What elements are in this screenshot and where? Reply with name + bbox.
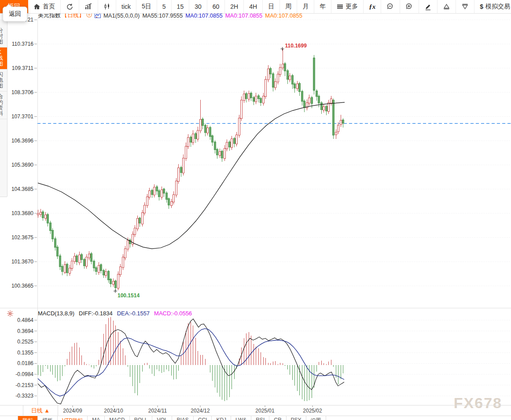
indicator-tab-模板[interactable]: 模板 <box>38 416 58 420</box>
trend-chart-icon <box>85 3 92 10</box>
sidebar-tab-0[interactable]: 分时图 <box>0 26 7 47</box>
sidebar-tab-2[interactable]: 闪电图 <box>0 69 7 91</box>
back-tooltip: 返回 <box>3 7 27 22</box>
fx-icon: ƒx <box>369 3 375 11</box>
toolbar-year[interactable]: 年 <box>314 0 331 13</box>
macd-dea-value: DEA:-0.1557 <box>117 310 150 317</box>
svg-text:100.3665: 100.3665 <box>11 283 33 289</box>
svg-text:110.1699: 110.1699 <box>285 43 307 49</box>
svg-text:106.3696: 106.3696 <box>11 138 33 144</box>
macd-value: MACD:-0.0556 <box>154 310 192 317</box>
svg-text:100.1514: 100.1514 <box>118 292 140 299</box>
toolbar-sim-trade-label: 模拟交易 <box>485 3 510 11</box>
indicator-tab-MACD[interactable]: MACD <box>105 416 129 420</box>
pencil-icon <box>424 3 432 11</box>
chart-canvas[interactable]: 111.3721110.3716109.3711108.3706107.3701… <box>0 0 511 420</box>
sidebar-tab-label: 合约资料 <box>0 94 4 117</box>
indicator-tab-RSI[interactable]: RSI <box>251 416 269 420</box>
toolbar-more[interactable]: 更多 <box>331 0 364 13</box>
high-annotation: 110.1699 <box>281 43 307 51</box>
svg-text:103.3680: 103.3680 <box>11 210 33 216</box>
svg-text:-0.3323: -0.3323 <box>15 393 33 399</box>
toolbar-draw[interactable] <box>419 0 437 13</box>
sidebar-tab-label: K线图 <box>0 50 4 67</box>
macd-histogram <box>38 317 343 401</box>
toolbar-tick[interactable]: tick <box>116 0 136 13</box>
toolbar-m30[interactable]: 30 <box>189 0 207 13</box>
back-tooltip-label: 返回 <box>9 10 21 18</box>
toolbar-m60[interactable]: 60 <box>207 0 225 13</box>
macd-name: MACD(13,8,9) <box>38 310 74 317</box>
indicator-tab-CCI[interactable]: CCI <box>194 416 212 420</box>
toolbar-month[interactable]: 月 <box>297 0 314 13</box>
home-icon <box>33 3 40 10</box>
triangle-down-icon <box>461 3 469 10</box>
toolbar-refresh[interactable] <box>61 0 79 13</box>
toolbar-5d-label: 5日 <box>142 3 151 11</box>
low-annotation: 100.1514 <box>114 289 140 299</box>
indicator-tab-CR[interactable]: CR <box>269 416 286 420</box>
indicator-tab-BIAS[interactable]: BIAS <box>172 416 193 420</box>
period-selector[interactable]: 日线 ▲ <box>23 405 58 416</box>
main-toolbar: 返回 首页tick5日51530602H4H日周月年更多ƒx$模拟交易汇通财经财… <box>0 0 511 14</box>
toolbar-zoom-in[interactable] <box>400 0 419 13</box>
svg-text:105.3690: 105.3690 <box>11 162 33 168</box>
toolbar-m5[interactable]: 5 <box>157 0 172 13</box>
sidebar-tab-1[interactable]: K线图 <box>0 47 7 69</box>
indicator-tab-MA[interactable]: MA <box>88 416 105 420</box>
more-icon <box>337 4 343 10</box>
indicator-tab-指标[interactable]: 指标 <box>18 416 38 420</box>
toolbar-week[interactable]: 周 <box>280 0 297 13</box>
indicator-tab-KDJ[interactable]: KDJ <box>212 416 231 420</box>
refresh-icon <box>66 3 74 11</box>
trading-app: { "toolbar": { "back_label": "返回", "item… <box>0 0 511 420</box>
toolbar-week-label: 周 <box>285 3 291 11</box>
indicator-tab-bar: 指标模板VTP指标MAMACDBOLLVOLBIASCCIKDJLW&RSICR… <box>0 416 511 420</box>
toolbar-home[interactable]: 首页 <box>28 0 61 13</box>
indicator-tab-VTP指标[interactable]: VTP指标 <box>58 416 88 420</box>
indicator-tab-BOLL[interactable]: BOLL <box>130 416 153 420</box>
svg-text:107.3701: 107.3701 <box>11 113 33 120</box>
svg-text:101.3670: 101.3670 <box>11 259 33 265</box>
svg-text:110.3716: 110.3716 <box>12 41 33 47</box>
toolbar-limit-up[interactable] <box>437 0 456 13</box>
svg-text:0.0186: 0.0186 <box>17 360 33 366</box>
triangle-up-icon <box>443 3 450 10</box>
toolbar-m30-label: 30 <box>195 3 202 10</box>
toolbar-candles[interactable] <box>98 0 116 13</box>
toolbar-sim-trade[interactable]: $模拟交易 <box>474 0 511 13</box>
zoom-out-icon <box>386 3 394 11</box>
svg-text:0.4864: 0.4864 <box>17 317 33 323</box>
svg-text:102.3675: 102.3675 <box>11 234 33 241</box>
zoom-in-icon <box>405 3 413 11</box>
indicator-tab-PSY[interactable]: PSY <box>287 416 306 420</box>
toolbar-h2[interactable]: 2H <box>225 0 244 13</box>
candlestick-icon <box>103 3 110 10</box>
sidebar-tab-label: 分时图 <box>0 28 4 45</box>
toolbar-zoom-out[interactable] <box>381 0 400 13</box>
toolbar-trend[interactable] <box>79 0 98 13</box>
toolbar-more-label: 更多 <box>346 3 358 11</box>
toolbar-m5-label: 5 <box>162 3 166 10</box>
x-axis-bar: 日线 ▲ <box>0 405 511 416</box>
toolbar-h4[interactable]: 4H <box>244 0 263 13</box>
svg-text:0.1355: 0.1355 <box>17 350 33 356</box>
sidebar-tab-3[interactable]: 合约资料 <box>0 91 7 119</box>
toolbar-fx[interactable]: ƒx <box>364 0 381 13</box>
svg-text:104.3685: 104.3685 <box>11 186 33 192</box>
toolbar-limit-down[interactable] <box>456 0 474 13</box>
toolbar-5d[interactable]: 5日 <box>136 0 157 13</box>
toolbar-day[interactable]: 日 <box>263 0 280 13</box>
indicator-tab-VOL[interactable]: VOL <box>152 416 172 420</box>
macd-header: MACD(13,8,9) DIFF:-0.1834 DEA:-0.1557 MA… <box>38 310 192 317</box>
sidebar-tab-label: 闪电图 <box>0 72 4 89</box>
toolbar-h2-label: 2H <box>230 3 238 10</box>
toolbar-m15-label: 15 <box>177 3 184 10</box>
toolbar-m15[interactable]: 15 <box>172 0 190 13</box>
indicator-tab-LW&[interactable]: LW& <box>231 416 251 420</box>
svg-text:-0.0984: -0.0984 <box>15 371 33 377</box>
svg-text:0.2525: 0.2525 <box>17 339 33 345</box>
ma55-line <box>38 102 345 249</box>
indicator-settings-icon[interactable] <box>7 310 14 319</box>
indicator-tab-设置[interactable]: 设置 <box>306 416 326 420</box>
